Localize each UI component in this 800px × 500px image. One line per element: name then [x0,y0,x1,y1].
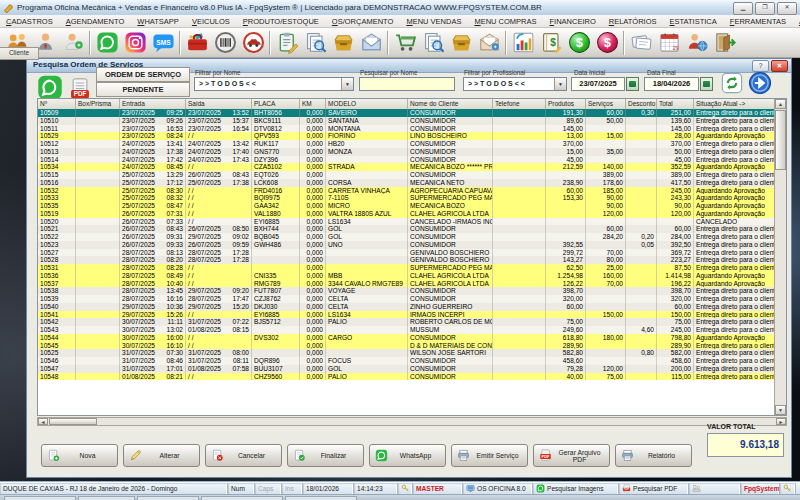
table-row-os-10522[interactable]: 1052226/07/202509:3129/07/202509:02BQB04… [38,233,776,241]
menu-ferramentas[interactable]: FERRAMENTAS [730,17,786,26]
table-row-os-10535[interactable]: 1053525/07/202508:47/ /GAA3420,000MICROM… [38,202,776,210]
table-row-os-10536[interactable]: 1053628/07/202508:49/ /CNI3350,000MBBCLA… [38,272,776,280]
menu-relat-rios[interactable]: RELATÓRIOS [609,17,657,26]
toolbar-barcode-icon[interactable] [211,29,239,57]
toolbar-statistics-icon[interactable] [509,29,537,57]
column-header[interactable]: Nº [38,99,76,109]
toolbar-whatsapp-icon[interactable] [93,29,121,57]
statusbar-key-icon[interactable] [398,483,413,494]
filter-professional-select[interactable]: > > T O D O S < < ▼ [463,77,567,91]
table-row-os-10541[interactable]: 1054129/07/202515:26/ /EYI68850,000LS163… [38,311,776,319]
menu-agendamento[interactable]: AGENDAMENTO [66,17,125,26]
table-row-os-10511[interactable]: 1051123/07/202516:5323/07/202516:54DTV08… [38,125,776,133]
menu-whatsapp[interactable]: WHATSAPP [137,17,179,26]
toolbar-sales-archive-icon[interactable] [447,29,475,57]
table-row-os-10532[interactable]: 1053225/07/202508:30/ /FRD40160,000CARRE… [38,187,776,195]
close-button[interactable]: ✕ [777,2,797,15]
table-row-os-10523[interactable]: 1052326/07/202509:3326/07/202509:59GWH48… [38,241,776,249]
button-whatsapp[interactable]: WhatsApp [369,444,446,467]
horizontal-scrollbar[interactable]: ◄ ► [37,417,787,426]
scroll-down-icon[interactable]: ▼ [775,405,786,415]
menu-cadastros[interactable]: CADASTROS [6,17,53,26]
table-row-os-10520[interactable]: 1052026/07/202507:33/ /EYI68850,000LS163… [38,218,776,226]
scroll-up-icon[interactable]: ▲ [775,99,786,109]
table-row-os-10528[interactable]: 1052828/07/202508:2028/07/202517:280,000… [38,256,776,264]
button-alterar[interactable]: Alterar [123,444,200,467]
menu-menu-vendas[interactable]: MENU VENDAS [406,17,461,26]
date-end-calendar-button[interactable] [700,77,713,91]
table-row-os-10529[interactable]: 1052923/07/202508:24/ /QPV5930,000FIORIN… [38,132,776,140]
table-row-os-10537[interactable]: 1053728/07/202510:40/ /RMG7890,0003344 C… [38,280,776,288]
toolbar-exit-icon[interactable] [711,29,739,57]
table-row-os-10548[interactable]: 1054801/08/202508:21/ /CHZ95600,000PALIO… [38,373,776,381]
toolbar-cart-icon[interactable] [391,29,419,57]
column-header[interactable]: Produtos [546,99,586,109]
horizontal-scroll-thumb[interactable] [49,418,97,425]
column-header[interactable]: KM [300,99,326,109]
table-row-os-10516[interactable]: 1051625/07/202517:1225/07/202517:38LCK60… [38,179,776,187]
toolbar-web-client-icon[interactable] [683,29,711,57]
toolbar-toolbox-icon[interactable] [183,29,211,57]
toolbar-sms-icon[interactable]: SMS [149,29,177,57]
toolbar-service-order-icon[interactable] [273,29,301,57]
panel-close-button[interactable]: ✕ [771,60,788,72]
button-nova[interactable]: Nova [41,444,118,467]
toolbar-payable-icon[interactable]: $ [593,29,621,57]
menu-financeiro[interactable]: FINANCEIRO [549,17,595,26]
toolbar-attendant-icon[interactable] [59,29,87,57]
table-row-os-10542[interactable]: 1054230/07/202511:1131/07/202507:22BJS57… [38,318,776,326]
toolbar-os-mail-icon[interactable] [357,29,385,57]
button-cancelar[interactable]: Cancelar [205,444,282,467]
table-row-os-10534[interactable]: 1053424/07/202508:45/ /CZA51020,000STRAD… [38,163,776,171]
table-row-os-10539[interactable]: 1053928/07/202516:1628/07/202517:47CZJ87… [38,295,776,303]
statusbar-tools-tray-icon[interactable] [689,483,741,494]
table-row-os-10540[interactable]: 1054029/07/202510:3629/07/202515:20DKJ03… [38,303,776,311]
statusbar-pesquisar-pdf[interactable]: PDFPesquisar PDF [619,483,689,494]
vertical-scrollbar[interactable]: ▲ ▼ [774,99,786,415]
table-row-os-10512[interactable]: 1051224/07/202513:4124/07/202513:42RUK11… [38,140,776,148]
table-row-os-10547[interactable]: 1054731/07/202517:0101/08/202507:58BUU31… [38,365,776,373]
table-row-os-10515[interactable]: 1051525/07/202513:2926/07/202508:43EQT02… [38,171,776,179]
column-header[interactable]: Box/Prisma [76,99,120,109]
chevron-down-icon[interactable]: ▼ [554,78,566,90]
search-name-input[interactable] [359,77,455,91]
menu-os-or-amento[interactable]: OS/ORÇAMENTO [332,17,394,26]
scroll-left-icon[interactable]: ◄ [38,418,48,425]
statusbar-os-oficina-8-0[interactable]: OS OFICINA 8.0 [463,483,533,494]
column-header[interactable]: Saida [186,99,252,109]
table-row-os-10538[interactable]: 1053828/07/202513:4529/07/202509:20FUT78… [38,287,776,295]
menu-estatistica[interactable]: ESTATISTICA [670,17,717,26]
go-search-button[interactable] [748,71,772,95]
toolbar-sales-mail-icon[interactable] [475,29,503,57]
toolbar-search-sales-icon[interactable] [419,29,447,57]
toolbar-os-archive-icon[interactable] [329,29,357,57]
toolbar-vehicle-icon[interactable] [239,29,267,57]
toolbar-search-os-icon[interactable] [301,29,329,57]
menu-menu-compras[interactable]: MENU COMPRAS [474,17,536,26]
filter-name-select[interactable]: > > T O D O S < < ▼ [194,77,354,91]
restore-button[interactable]: ❐ [755,2,775,15]
toolbar-receivable-icon[interactable]: $ [565,29,593,57]
pdf-export-button[interactable]: PDF [69,77,91,100]
table-row-os-10525[interactable]: 1052531/07/202507:3031/07/202508:000,000… [38,349,776,357]
button-emitir-servi-o[interactable]: Emitir Serviço [451,444,528,467]
table-row-os-10514[interactable]: 1051424/07/202517:4224/07/202517:43DZY39… [38,156,776,164]
chevron-down-icon[interactable]: ▼ [341,78,353,90]
column-header[interactable]: Serviços [586,99,626,109]
button-finalizar[interactable]: Finalizar [287,444,364,467]
menu-veiculos[interactable]: VEICULOS [192,17,230,26]
date-start-input[interactable]: 23/07/2025 [571,77,625,91]
table-row-os-10509[interactable]: 1050923/07/202509:2523/07/202513:52BHT80… [38,109,776,117]
column-header[interactable]: Nome do Cliente [408,99,493,109]
button-relat-rio[interactable]: Relatório [615,444,692,467]
table-row-os-10533[interactable]: 1053325/07/202508:32/ /BQI99750,0007-110… [38,194,776,202]
whatsapp-share-button[interactable] [37,75,63,100]
column-header[interactable]: Desconto [626,99,657,109]
toolbar-cash-notebook-icon[interactable]: $ [537,29,565,57]
cliente-dock-tab[interactable]: Cliente [0,47,39,60]
table-row-os-10521[interactable]: 1052126/07/202508:4326/07/202508:50BXH74… [38,225,776,233]
table-row-os-10544[interactable]: 1054430/07/202516:00/ /DVS3020,000CARGOC… [38,334,776,342]
column-header[interactable]: Situação Atual -> [694,99,776,109]
column-header[interactable]: Telefone [493,99,546,109]
column-header[interactable]: MODELO [326,99,408,109]
